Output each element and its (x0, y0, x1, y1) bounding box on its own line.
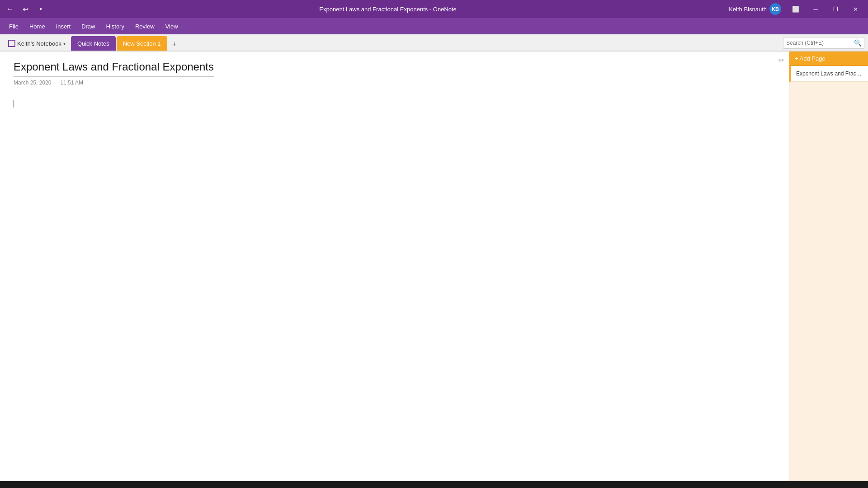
chevron-down-icon: ▾ (63, 41, 66, 46)
back-icon: ← (6, 5, 14, 13)
page-meta: March 25, 2020 11:51 AM (14, 80, 775, 86)
menu-draw[interactable]: Draw (76, 20, 100, 33)
tab-quick-notes[interactable]: Quick Notes (71, 36, 116, 51)
close-icon: ✕ (853, 6, 858, 13)
restore-icon: ❐ (833, 6, 838, 13)
search-input[interactable] (786, 40, 854, 46)
minimize-button[interactable]: ─ (807, 0, 825, 18)
menu-file[interactable]: File (4, 20, 24, 33)
page-time: 11:51 AM (60, 80, 83, 86)
back-button[interactable]: ← (4, 3, 16, 15)
main-area: ✏ Exponent Laws and Fractional Exponents… (0, 52, 868, 481)
more-icon: • (39, 5, 42, 13)
text-cursor (14, 100, 14, 108)
content-area: ✏ Exponent Laws and Fractional Exponents… (0, 52, 789, 481)
undo-button[interactable]: ↩ (19, 3, 32, 15)
page-title: Exponent Laws and Fractional Exponents (14, 61, 214, 77)
tab-new-section-1[interactable]: New Section 1 (117, 36, 167, 51)
window-title: Exponent Laws and Fractional Exponents -… (47, 6, 729, 13)
title-bar: ← ↩ • Exponent Laws and Fractional Expon… (0, 0, 868, 18)
page-date: March 25, 2020 (14, 80, 51, 86)
minimize-icon: ─ (813, 6, 817, 13)
title-bar-right: Keith Bisnauth KB ⬜ ─ ❐ ✕ (729, 0, 864, 18)
notebook-name: Keith's Notebook (17, 40, 61, 47)
menu-review[interactable]: Review (130, 20, 160, 33)
right-panel: + Add Page Exponent Laws and Fractional … (789, 52, 868, 481)
undo-icon: ↩ (23, 5, 28, 14)
menu-history[interactable]: History (101, 20, 130, 33)
user-name: Keith Bisnauth (729, 6, 767, 13)
bottom-bar (0, 481, 868, 488)
user-avatar: KB (769, 3, 781, 15)
search-icon: 🔍 (854, 39, 862, 47)
notebook-icon (8, 40, 15, 47)
more-button[interactable]: • (34, 3, 47, 15)
menu-home[interactable]: Home (24, 20, 51, 33)
notebook-selector[interactable]: Keith's Notebook ▾ (4, 36, 70, 51)
page-content[interactable]: Exponent Laws and Fractional Exponents M… (0, 52, 789, 481)
add-section-button[interactable]: + (168, 38, 181, 51)
edit-icon[interactable]: ✏ (778, 56, 784, 65)
add-page-button[interactable]: + Add Page (789, 52, 868, 66)
menu-view[interactable]: View (160, 20, 184, 33)
menu-bar: File Home Insert Draw History Review Vie… (0, 18, 868, 34)
restore-button[interactable]: ❐ (826, 0, 844, 18)
cursor-line (14, 99, 775, 108)
tab-bar: Keith's Notebook ▾ Quick Notes New Secti… (0, 34, 868, 52)
menu-insert[interactable]: Insert (51, 20, 76, 33)
user-info: Keith Bisnauth KB (729, 3, 781, 15)
tab-bar-right: 🔍 (181, 37, 864, 51)
close-button[interactable]: ✕ (846, 0, 864, 18)
title-bar-left: ← ↩ • (4, 3, 47, 15)
titlebar-icon1[interactable]: ⬜ (787, 0, 805, 18)
search-box[interactable]: 🔍 (783, 37, 864, 49)
page-item[interactable]: Exponent Laws and Fractional Exp (789, 66, 868, 82)
